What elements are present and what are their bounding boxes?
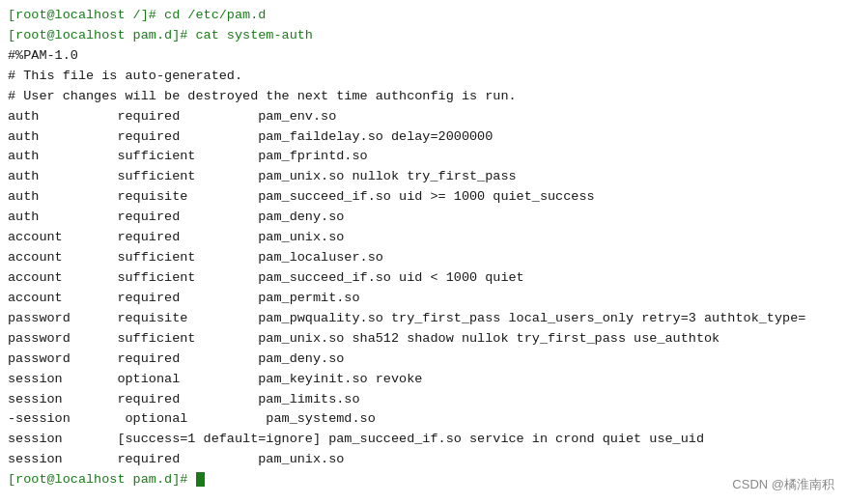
terminal-line: session required pam_unix.so bbox=[8, 450, 838, 470]
terminal-line: session optional pam_keyinit.so revoke bbox=[8, 370, 838, 390]
terminal-line: -session optional pam_systemd.so bbox=[8, 409, 838, 430]
terminal-line: # This file is auto-generated. bbox=[8, 67, 838, 87]
terminal-line: account required pam_unix.so bbox=[8, 228, 838, 248]
terminal-line: auth sufficient pam_fprintd.so bbox=[8, 147, 838, 167]
terminal-line: account sufficient pam_succeed_if.so uid… bbox=[8, 268, 838, 289]
terminal-line: session required pam_limits.so bbox=[8, 390, 838, 410]
terminal-window: [root@localhost /]# cd /etc/pam.d[root@l… bbox=[0, 0, 846, 504]
terminal-line: [root@localhost pam.d]# bbox=[8, 470, 838, 490]
terminal-line: password required pam_deny.so bbox=[8, 350, 838, 370]
terminal-line: account sufficient pam_localuser.so bbox=[8, 248, 838, 268]
watermark: CSDN @橘淮南积 bbox=[732, 475, 834, 494]
terminal-line: auth requisite pam_succeed_if.so uid >= … bbox=[8, 187, 838, 208]
terminal-line: [root@localhost /]# cd /etc/pam.d bbox=[8, 6, 838, 26]
terminal-line: auth sufficient pam_unix.so nullok try_f… bbox=[8, 167, 838, 187]
terminal-line: auth required pam_env.so bbox=[8, 107, 838, 127]
terminal-line: # User changes will be destroyed the nex… bbox=[8, 87, 838, 107]
terminal-line: password sufficient pam_unix.so sha512 s… bbox=[8, 329, 838, 350]
terminal-line: session [success=1 default=ignore] pam_s… bbox=[8, 430, 838, 450]
terminal-line: auth required pam_deny.so bbox=[8, 208, 838, 228]
terminal-line: [root@localhost pam.d]# cat system-auth bbox=[8, 26, 838, 46]
terminal-line: auth required pam_faildelay.so delay=200… bbox=[8, 127, 838, 148]
terminal-line: #%PAM-1.0 bbox=[8, 46, 838, 67]
terminal-line: account required pam_permit.so bbox=[8, 289, 838, 309]
terminal-output: [root@localhost /]# cd /etc/pam.d[root@l… bbox=[8, 6, 838, 490]
terminal-line: password requisite pam_pwquality.so try_… bbox=[8, 309, 838, 329]
